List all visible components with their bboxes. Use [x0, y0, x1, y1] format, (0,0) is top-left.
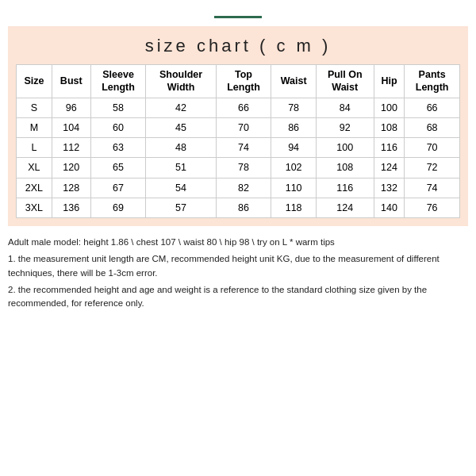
table-cell: 42 [146, 98, 216, 117]
table-cell: 96 [52, 98, 90, 117]
table-cell: 60 [90, 117, 146, 137]
table-cell: 70 [405, 138, 460, 158]
column-header: Pants Length [405, 65, 460, 98]
table-cell: 67 [90, 178, 146, 198]
table-cell: 45 [146, 117, 216, 137]
table-cell: 66 [216, 98, 271, 117]
table-row: L1126348749410011670 [17, 138, 460, 158]
table-cell: 112 [52, 138, 90, 158]
table-cell: 74 [405, 178, 460, 198]
table-cell: 58 [90, 98, 146, 117]
column-header: Size [17, 65, 52, 98]
table-cell: 102 [271, 158, 317, 178]
table-cell: 100 [374, 98, 405, 117]
table-cell: 116 [316, 178, 374, 198]
column-header: Bust [52, 65, 90, 98]
table-cell: 100 [316, 138, 374, 158]
notes-section: Adult male model: height 1.86 \ chest 10… [8, 232, 468, 317]
table-row: S96584266788410066 [17, 98, 460, 117]
table-row: 2XL12867548211011613274 [17, 178, 460, 198]
table-cell: 65 [90, 158, 146, 178]
notes-list: 1. the measurement unit length are CM, r… [8, 252, 468, 310]
table-cell: 86 [271, 117, 317, 137]
table-cell: 124 [374, 158, 405, 178]
table-cell: 66 [405, 98, 460, 117]
table-cell: 86 [216, 198, 271, 217]
table-row: M104604570869210868 [17, 117, 460, 137]
table-row: 3XL13669578611812414076 [17, 198, 460, 217]
table-cell: 118 [271, 198, 317, 217]
note-item-1: 1. the measurement unit length are CM, r… [8, 252, 468, 280]
model-note: Adult male model: height 1.86 \ chest 10… [8, 236, 468, 249]
table-header-row: SizeBustSleeve LengthShoulder WidthTop L… [17, 65, 460, 98]
table-cell: 51 [146, 158, 216, 178]
table-cell: 108 [374, 117, 405, 137]
table-cell: 116 [374, 138, 405, 158]
table-cell: 136 [52, 198, 90, 217]
table-cell: 69 [90, 198, 146, 217]
table-cell: 3XL [17, 198, 52, 217]
table-cell: 140 [374, 198, 405, 217]
table-cell: 110 [271, 178, 317, 198]
table-cell: 74 [216, 138, 271, 158]
table-cell: 84 [316, 98, 374, 117]
table-cell: 72 [405, 158, 460, 178]
column-header: Hip [374, 65, 405, 98]
table-cell: 76 [405, 198, 460, 217]
note-item-2: 2. the recommended height and age and we… [8, 283, 468, 311]
chart-title: size chart ( c m ) [16, 36, 460, 56]
column-header: Shoulder Width [146, 65, 216, 98]
table-cell: 70 [216, 117, 271, 137]
table-cell: S [17, 98, 52, 117]
table-cell: 54 [146, 178, 216, 198]
column-header: Top Length [216, 65, 271, 98]
table-cell: 82 [216, 178, 271, 198]
table-cell: XL [17, 158, 52, 178]
table-cell: 120 [52, 158, 90, 178]
top-accent-line [214, 16, 262, 18]
size-chart-container: size chart ( c m ) SizeBustSleeve Length… [8, 26, 468, 226]
table-cell: 128 [52, 178, 90, 198]
table-cell: L [17, 138, 52, 158]
table-cell: 2XL [17, 178, 52, 198]
table-cell: 132 [374, 178, 405, 198]
size-table: SizeBustSleeve LengthShoulder WidthTop L… [16, 64, 460, 218]
column-header: Sleeve Length [90, 65, 146, 98]
table-cell: 68 [405, 117, 460, 137]
table-row: XL12065517810210812472 [17, 158, 460, 178]
column-header: Pull On Waist [316, 65, 374, 98]
table-cell: 92 [316, 117, 374, 137]
table-cell: 57 [146, 198, 216, 217]
table-cell: 78 [271, 98, 317, 117]
table-cell: 94 [271, 138, 317, 158]
table-body: S96584266788410066M104604570869210868L11… [17, 98, 460, 218]
table-cell: 63 [90, 138, 146, 158]
table-cell: M [17, 117, 52, 137]
table-cell: 78 [216, 158, 271, 178]
table-cell: 108 [316, 158, 374, 178]
table-cell: 124 [316, 198, 374, 217]
table-cell: 104 [52, 117, 90, 137]
column-header: Waist [271, 65, 317, 98]
table-cell: 48 [146, 138, 216, 158]
